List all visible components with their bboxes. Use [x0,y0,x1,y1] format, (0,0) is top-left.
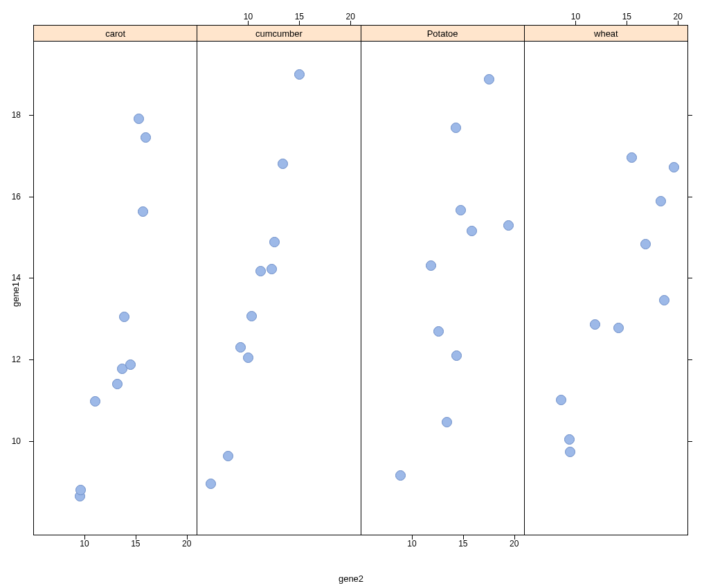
x-tick-mark [627,21,627,25]
panel: wheat [525,26,687,535]
x-tick-mark [248,21,249,25]
scatter-point [503,220,514,231]
x-tick-mark [463,535,464,540]
x-tick-label: 15 [131,539,140,549]
x-tick-label: 20 [510,539,519,549]
panel-body [197,42,360,535]
x-tick-cell-bottom [197,535,361,553]
y-tick-mark [688,197,692,197]
panel-strip: carot [34,26,197,42]
scatter-point [426,260,436,271]
x-tick-mark [187,535,188,540]
x-tick-cell-top [361,7,525,25]
panel-strip: wheat [525,26,687,42]
trellis-scatter-chart: gene1 gene2 1012141618 101520101520 caro… [0,0,702,588]
panel-strip: cumcumber [197,26,360,42]
scatter-point [75,485,86,495]
scatter-point [613,323,624,333]
x-tick-label: 10 [80,539,89,549]
scatter-point [395,470,406,481]
scatter-point [267,264,277,274]
y-tick-label: 18 [12,110,21,120]
scatter-point [112,379,123,389]
scatter-point [442,417,452,427]
y-tick-mark [688,278,692,278]
x-tick-cell-top: 101520 [197,7,361,25]
x-tick-label: 20 [674,12,683,21]
scatter-point [294,69,305,80]
scatter-point [656,196,666,206]
scatter-point [451,350,462,361]
x-tick-label: 10 [571,12,580,21]
y-axis-label: gene1 [10,281,21,306]
x-tick-mark [678,21,678,25]
scatter-point [278,159,288,169]
y-axis-right [688,7,702,553]
x-tick-mark [514,535,515,540]
scatter-point [243,353,253,363]
x-tick-label: 15 [622,12,631,21]
x-tick-cell-bottom: 101520 [361,535,525,553]
panel: cumcumber [197,26,361,535]
y-tick-mark [688,115,692,116]
x-tick-mark [84,535,85,540]
scatter-point [134,114,144,124]
plot-region: 101520101520 carotcumcumberPotatoewheat … [33,7,688,553]
scatter-point [255,266,266,276]
x-tick-label: 20 [182,539,191,549]
scatter-point [206,479,216,489]
x-tick-mark [136,535,136,540]
scatter-point [90,396,100,407]
scatter-point [556,395,566,405]
scatter-point [451,123,461,133]
scatter-point [669,162,679,172]
y-tick-label: 10 [12,436,21,446]
panel-strip: Potatoe [361,26,524,42]
y-tick-mark [688,441,692,442]
panel-body [525,42,687,535]
scatter-point [433,326,444,337]
x-tick-cell-bottom: 101520 [33,535,197,553]
scatter-point [119,312,129,322]
x-tick-label: 20 [346,12,355,21]
x-tick-mark [412,535,413,540]
x-tick-row-top: 101520101520 [33,7,688,25]
scatter-point [125,359,136,370]
panel: carot [34,26,197,535]
scatter-point [659,295,669,305]
x-tick-label: 10 [244,12,253,21]
x-tick-cell-top [33,7,197,25]
scatter-point [484,74,494,84]
panel-body [34,42,197,535]
scatter-point [141,132,151,143]
x-tick-label: 15 [458,539,467,549]
panels-row: carotcumcumberPotatoewheat [33,25,688,535]
y-axis-left: 1012141618 [0,7,33,553]
scatter-point [235,342,246,353]
scatter-point [467,226,477,236]
y-tick-label: 12 [12,355,21,364]
x-tick-label: 15 [295,12,304,21]
x-tick-label: 10 [407,539,416,549]
x-tick-cell-bottom [525,535,689,553]
scatter-point [138,206,148,217]
y-tick-mark [688,359,692,360]
x-tick-mark [575,21,576,25]
scatter-point [627,152,637,163]
x-tick-row-bottom: 101520101520 [33,535,688,553]
panel: Potatoe [361,26,525,535]
scatter-point [246,311,257,321]
scatter-point [269,237,280,247]
x-tick-mark [350,21,351,25]
scatter-point [640,239,651,249]
scatter-point [590,319,600,330]
x-tick-cell-top: 101520 [525,7,689,25]
y-tick-label: 16 [12,192,21,202]
scatter-point [223,451,233,461]
x-tick-mark [299,21,300,25]
panel-body [361,42,524,535]
scatter-point [565,447,575,457]
x-axis-label: gene2 [339,573,363,584]
scatter-point [564,434,575,445]
scatter-point [456,205,466,215]
